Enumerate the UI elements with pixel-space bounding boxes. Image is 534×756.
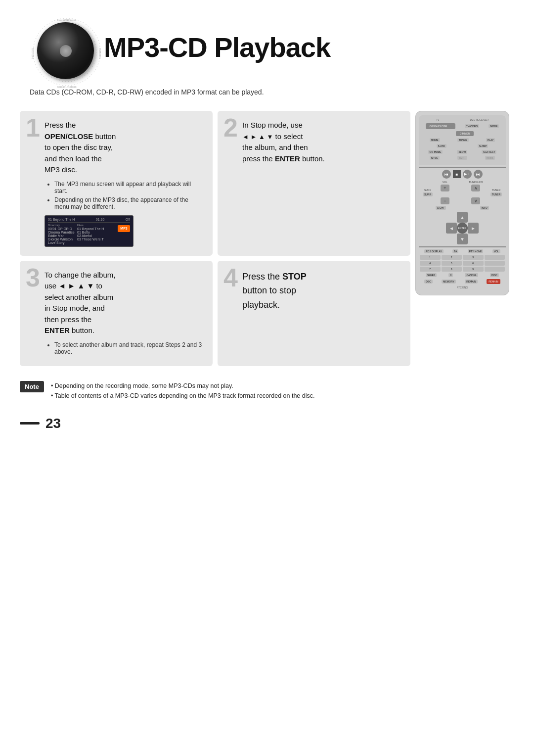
remote-tuner-btn2[interactable]: TUNER xyxy=(490,192,502,196)
remote-ntsc-3-btn[interactable]: NRBS xyxy=(485,156,495,160)
mp3-screen-body: Directory 00/01 OP GR D Cinema Paradise … xyxy=(48,224,130,244)
svg-text:10101010101010: 10101010101010 xyxy=(57,86,77,89)
remote-tv-video-btn[interactable]: TV/VIDEO xyxy=(465,124,479,128)
remote-btn-11[interactable]: 9 xyxy=(463,267,484,272)
mp3-off-display: Off xyxy=(126,218,130,221)
remote-btn-10[interactable]: 8 xyxy=(442,267,462,272)
dpad-up-btn[interactable]: ▲ xyxy=(457,212,468,223)
remote-prev-btn[interactable]: ⏮ xyxy=(442,170,451,179)
remote-mode-btn[interactable]: MODE xyxy=(489,124,499,128)
remote-dimmer-btn[interactable]: DIMMER xyxy=(456,131,474,136)
remote-light-btn[interactable]: LIGHT xyxy=(436,206,446,210)
remote-ntsc-btn[interactable]: NTSC xyxy=(430,156,440,160)
remote-memory-btn[interactable]: MEMORY xyxy=(442,280,455,284)
note-bullet-2: • Table of contents of a MP3-CD varies d… xyxy=(51,391,315,401)
note-text: • Depending on the recording mode, some … xyxy=(51,381,315,401)
remote-dimmer-row: DIMMER xyxy=(421,131,504,136)
remote-btn-9[interactable]: 7 xyxy=(420,267,441,272)
remote-sleep-btn[interactable]: SLEEP xyxy=(426,273,437,277)
remote-seffect-btn[interactable]: S.EFFECT xyxy=(482,150,496,154)
remote-tuning-down-btn[interactable]: ∨ xyxy=(471,197,480,204)
step-3-content: To change the album, use ◄ ► ▲ ▼ to sele… xyxy=(30,270,203,355)
step-3-box: 3 To change the album, use ◄ ► ▲ ▼ to se… xyxy=(20,261,213,366)
remote-ntsc-2-btn[interactable]: SMP+ xyxy=(457,156,467,160)
remote-tuner-label: TUNER xyxy=(492,189,500,191)
step-2-content: In Stop mode, use ◄ ► ▲ ▼ to select the … xyxy=(227,120,400,164)
step-2-box: 2 In Stop mode, use ◄ ► ▲ ▼ to select th… xyxy=(218,111,410,256)
remote-cancel-btn[interactable]: CANCEL xyxy=(465,273,478,277)
dpad-spacer-br xyxy=(468,234,479,244)
mp3-file-4: 03 Those Were T xyxy=(77,237,116,241)
remote-vol-up-btn[interactable]: + xyxy=(441,185,449,191)
dpad-left-btn[interactable]: ◄ xyxy=(446,223,457,234)
remote-top-section: TV DVD RECEIVER OPEN/CLOSE TV/VIDEO MODE… xyxy=(419,115,506,165)
remote-btn-12[interactable] xyxy=(485,267,505,272)
dpad-enter-btn[interactable]: ENTER xyxy=(457,223,468,234)
remote-divider-2 xyxy=(419,246,506,247)
remote-open-row: OPEN/CLOSE TV/VIDEO MODE xyxy=(421,123,504,129)
remote-rds-btn[interactable]: RDS DISPLAY xyxy=(424,249,444,253)
svg-text:01010101: 01010101 xyxy=(98,48,101,59)
step-1-text: Press the OPEN/CLOSE button to open the … xyxy=(44,120,203,176)
remote-light-row: LIGHT INFO xyxy=(419,206,506,210)
remote-stop-btn[interactable]: ■ xyxy=(453,170,461,178)
remote-info-btn[interactable]: INFO xyxy=(480,206,489,210)
remote-satd-btn[interactable]: S.ATD xyxy=(437,144,446,148)
svg-text:01010101010101: 01010101010101 xyxy=(57,18,77,21)
remote-remain-special-btn[interactable]: REMAIN xyxy=(487,279,500,284)
remote-btn-2[interactable]: 2 xyxy=(442,255,462,260)
main-content: 1 Press the OPEN/CLOSE button to open th… xyxy=(0,106,534,371)
remote-tuner-btn[interactable]: TUNER xyxy=(457,138,469,142)
remote-btn-5[interactable]: 4 xyxy=(420,261,441,266)
mp3-screen: 01 Beyond The H 01:20 Off Directory 00/0… xyxy=(44,215,134,247)
remote-btn-4[interactable] xyxy=(485,255,505,260)
remote-btn-7[interactable]: 6 xyxy=(463,261,484,266)
remote-tuning-label: TUNING/CH xyxy=(469,181,483,184)
mp3-file-3: 02 Abend xyxy=(77,234,116,237)
remote-ptynone-btn[interactable]: PTY NONE xyxy=(468,249,483,253)
remote-onmode-btn[interactable]: ON MODE xyxy=(428,150,443,154)
remote-btn-1[interactable]: 1 xyxy=(420,255,441,260)
step-4-text: Press the STOP button to stop playback. xyxy=(242,270,400,312)
remote-surr-btn[interactable]: SURR xyxy=(423,192,433,196)
remote-dsc-btn[interactable]: DSC xyxy=(424,280,433,284)
remote-btn-3[interactable]: 3 xyxy=(463,255,484,260)
dpad-spacer-bl xyxy=(446,234,457,244)
remote-disc-btn[interactable]: DISC xyxy=(490,273,499,277)
remote-surr-label: SURR xyxy=(424,189,431,191)
remote-slow-btn[interactable]: SLOW xyxy=(457,150,467,154)
remote-vol-down-btn[interactable]: − xyxy=(441,197,449,204)
remote-num-grid: 1 2 3 4 5 6 7 8 9 xyxy=(420,255,505,272)
remote-vol-label-btn[interactable]: VOL xyxy=(492,249,500,253)
dpad-down-btn[interactable]: ▼ xyxy=(457,234,468,244)
mp3-screen-top: 01 Beyond The H 01:20 Off xyxy=(48,218,130,223)
mp3-directory-col: Directory 00/01 OP GR D Cinema Paradise … xyxy=(48,224,75,244)
dpad-right-btn[interactable]: ► xyxy=(468,223,479,234)
remote-open-close-btn[interactable]: OPEN/CLOSE xyxy=(426,123,455,129)
remote-0-btn[interactable]: 0 xyxy=(448,273,453,277)
remote-next-btn[interactable]: ⏭ xyxy=(474,170,483,179)
remote-onmode-row: ON MODE SLOW S.EFFECT xyxy=(421,150,504,154)
step-1-bullets: The MP3 menu screen will appear and play… xyxy=(44,181,203,210)
remote-btn-6[interactable]: 5 xyxy=(442,261,462,266)
note-bullet-1: • Depending on the recording mode, some … xyxy=(51,381,315,391)
remote-btn-8[interactable] xyxy=(485,261,505,266)
mp3-dir-2: Cinema Paradise xyxy=(48,231,75,234)
step-1-bullet-2: Depending on the MP3 disc, the appearanc… xyxy=(54,196,203,210)
header-disc-image xyxy=(37,22,94,79)
dpad-bottom-row: ▼ xyxy=(446,234,479,244)
page-number-area: 23 xyxy=(0,411,534,436)
steps-bottom-grid: 3 To change the album, use ◄ ► ▲ ▼ to se… xyxy=(20,261,410,366)
step-1-content: Press the OPEN/CLOSE button to open the … xyxy=(30,120,203,247)
mp3-dir-5: Love Story xyxy=(48,241,75,244)
remote-home-btn[interactable]: HOME xyxy=(430,138,440,142)
header: 01010101010101 01010101 10101010101010 0… xyxy=(0,0,534,84)
remote-remain-btn[interactable]: REMAIN xyxy=(465,280,477,284)
remote-play-pause-btn[interactable]: ▶⏸ xyxy=(463,170,472,179)
note-label: Note xyxy=(20,381,44,392)
remote-ta-btn[interactable]: TA xyxy=(452,249,458,253)
remote-samp-btn[interactable]: S.AMP xyxy=(478,144,489,148)
remote-play-top-btn[interactable]: PLAY xyxy=(486,138,495,142)
remote-tuning-up-btn[interactable]: ∧ xyxy=(471,185,480,191)
remote-vol-label: VOL xyxy=(443,181,447,184)
